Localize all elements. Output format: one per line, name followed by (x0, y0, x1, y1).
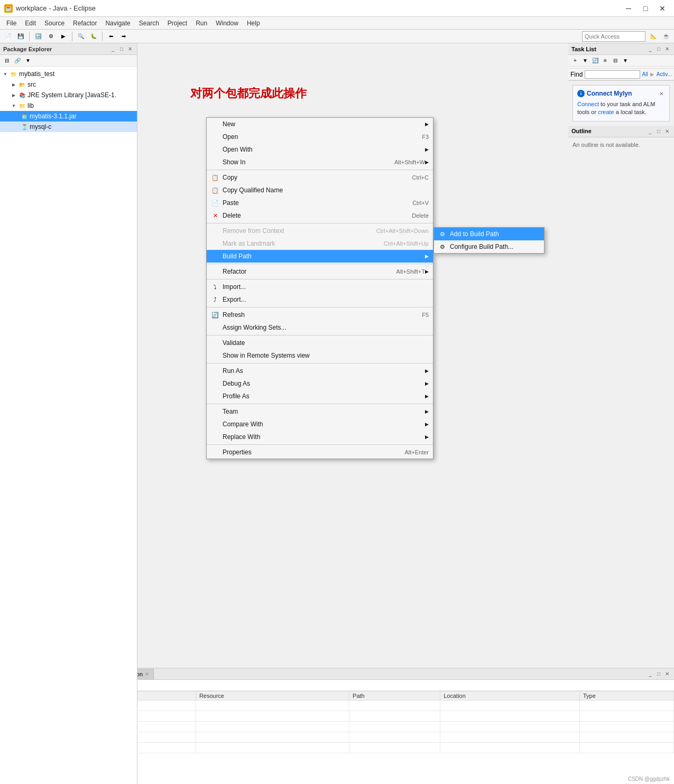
menu-help[interactable]: Help (243, 17, 264, 29)
ctx-properties[interactable]: Properties Alt+Enter (207, 446, 433, 459)
ctx-profile-as[interactable]: Profile As ▶ (207, 390, 433, 403)
tree-item-src[interactable]: ▶ 📂 src (0, 79, 137, 90)
perspectives-btn[interactable]: 📐 (648, 31, 659, 42)
problems-maximize[interactable]: □ (655, 670, 662, 678)
mylyn-close[interactable]: ✕ (658, 90, 665, 97)
link-btn[interactable]: 🔗 (13, 56, 22, 66)
task-collapse-btn[interactable]: ⊟ (611, 56, 620, 66)
tree-item-jre[interactable]: ▶ 📚 JRE System Library [JavaSE-1. (0, 90, 137, 100)
submenu-configure-label: Configure Build Path... (450, 243, 513, 250)
menu-source[interactable]: Source (40, 17, 69, 29)
declaration-close[interactable]: ✕ (145, 671, 149, 677)
submenu-configure-build-path[interactable]: ⚙ Configure Build Path... (434, 240, 544, 253)
task-search-bar: Find All ▶ Activ... (568, 69, 674, 80)
panel-close-btn[interactable]: ✕ (126, 45, 134, 53)
ctx-debug-as[interactable]: Debug As ▶ (207, 377, 433, 390)
toolbar-save[interactable]: 💾 (15, 31, 26, 42)
toolbar-btn2[interactable]: 🔙 (32, 31, 44, 42)
ctx-validate[interactable]: Validate (207, 337, 433, 349)
ctx-show-in-arrow: ▶ (425, 160, 429, 165)
ctx-replace-with[interactable]: Replace With ▶ (207, 431, 433, 443)
collapse-arrow-project: ▼ (2, 71, 8, 77)
task-sync-btn[interactable]: 🔄 (590, 56, 600, 66)
tree-item-project[interactable]: ▼ 📁 mybatis_test (0, 69, 137, 79)
ctx-refresh[interactable]: 🔄 Refresh F5 (207, 309, 433, 321)
ctx-import[interactable]: ⤵ Import... (207, 281, 433, 293)
menu-file[interactable]: File (2, 17, 21, 29)
maximize-button[interactable]: □ (638, 3, 653, 14)
menu-window[interactable]: Window (211, 17, 243, 29)
menu-project[interactable]: Project (163, 17, 191, 29)
mylyn-create-link[interactable]: create (598, 109, 614, 115)
toolbar-btn6[interactable]: 🐛 (88, 31, 99, 42)
ctx-landmark-label: Mark as Landmark (223, 240, 384, 247)
ctx-compare-arrow: ▶ (425, 422, 429, 427)
outline-close[interactable]: ✕ (663, 127, 671, 135)
ctx-delete[interactable]: ✕ Delete Delete (207, 209, 433, 222)
toolbar-icon-java[interactable]: ☕ (660, 31, 672, 42)
ctx-refactor[interactable]: Refactor Alt+Shift+T ▶ (207, 265, 433, 278)
collapse-all-btn[interactable]: ⊟ (2, 56, 12, 66)
menu-run[interactable]: Run (191, 17, 211, 29)
ctx-remote-label: Show in Remote Systems view (223, 352, 429, 359)
panel-minimize-btn[interactable]: _ (109, 45, 117, 53)
ctx-compare-with[interactable]: Compare With ▶ (207, 418, 433, 431)
toolbar-btn3[interactable]: ⚙ (45, 31, 57, 42)
task-columns-btn[interactable]: ≡ (601, 56, 610, 66)
ctx-copy-qualified[interactable]: 📋 Copy Qualified Name (207, 184, 433, 197)
ctx-new[interactable]: New ▶ (207, 118, 433, 130)
toolbar-btn5[interactable]: 🔍 (75, 31, 87, 42)
minimize-button[interactable]: ─ (621, 3, 636, 14)
submenu-add-to-build-path[interactable]: ⚙ Add to Build Path (434, 228, 544, 240)
menu-search[interactable]: Search (135, 17, 163, 29)
toolbar-btn7[interactable]: ⬅ (105, 31, 117, 42)
ctx-open-with[interactable]: Open With ▶ (207, 143, 433, 156)
ctx-open[interactable]: Open F3 (207, 130, 433, 143)
ctx-remote-systems[interactable]: Show in Remote Systems view (207, 349, 433, 362)
mylyn-connect-link[interactable]: Connect (577, 101, 599, 107)
ctx-show-in-shortcut: Alt+Shift+W (394, 159, 425, 165)
find-label: Find (570, 71, 583, 78)
jre-label: JRE System Library [JavaSE-1. (27, 91, 116, 99)
ctx-team[interactable]: Team ▶ (207, 405, 433, 418)
close-button[interactable]: ✕ (655, 3, 670, 14)
ctx-open-with-icon (211, 145, 219, 154)
task-settings-btn[interactable]: ▼ (621, 56, 630, 66)
menu-navigate[interactable]: Navigate (101, 17, 134, 29)
ctx-working-sets[interactable]: Assign Working Sets... (207, 321, 433, 334)
tree-item-mybatis-jar[interactable]: 🫙 mybatis-3.1.1.jar (0, 111, 137, 122)
expand-arrow-src: ▶ (11, 81, 17, 88)
toolbar-btn4[interactable]: ▶ (58, 31, 69, 42)
task-minimize[interactable]: _ (647, 45, 654, 53)
ctx-export[interactable]: ⤴ Export... (207, 293, 433, 306)
ctx-show-in[interactable]: Show In Alt+Shift+W ▶ (207, 156, 433, 169)
tree-item-mysql-jar[interactable]: 🫙 mysql-c (0, 122, 137, 132)
all-filter[interactable]: All (642, 71, 648, 77)
task-maximize[interactable]: □ (655, 45, 662, 53)
toolbar-new[interactable]: 📄 (2, 31, 14, 42)
outline-maximize[interactable]: □ (655, 127, 662, 135)
task-search-input[interactable] (585, 70, 640, 79)
outline-minimize[interactable]: _ (647, 127, 654, 135)
panel-maximize-btn[interactable]: □ (118, 45, 125, 53)
ctx-copy[interactable]: 📋 Copy Ctrl+C (207, 171, 433, 184)
col-resource: Resource (196, 692, 349, 701)
ctx-run-as[interactable]: Run As ▶ (207, 365, 433, 377)
menu-edit[interactable]: Edit (21, 17, 40, 29)
view-menu-btn[interactable]: ▼ (23, 56, 33, 66)
active-filter[interactable]: Activ... (657, 71, 672, 77)
tree-item-lib[interactable]: ▼ 📁 lib (0, 100, 137, 111)
ctx-paste[interactable]: 📄 Paste Ctrl+V (207, 197, 433, 209)
quick-access-box: 📐 ☕ (582, 31, 672, 42)
task-close[interactable]: ✕ (663, 45, 671, 53)
problems-close-panel[interactable]: ✕ (663, 670, 671, 678)
task-dropdown-btn[interactable]: ▼ (580, 56, 590, 66)
task-add-btn[interactable]: + (570, 56, 580, 66)
watermark: CSDN @ggdpzhk (628, 776, 670, 782)
mylyn-panel: i Connect Mylyn ✕ Connect to your task a… (573, 85, 670, 122)
toolbar-btn8[interactable]: ➡ (118, 31, 130, 42)
ctx-build-path[interactable]: Build Path ▶ (207, 250, 433, 263)
menu-refactor[interactable]: Refactor (69, 17, 101, 29)
problems-minimize[interactable]: _ (647, 670, 654, 678)
quick-access-input[interactable] (582, 31, 645, 42)
